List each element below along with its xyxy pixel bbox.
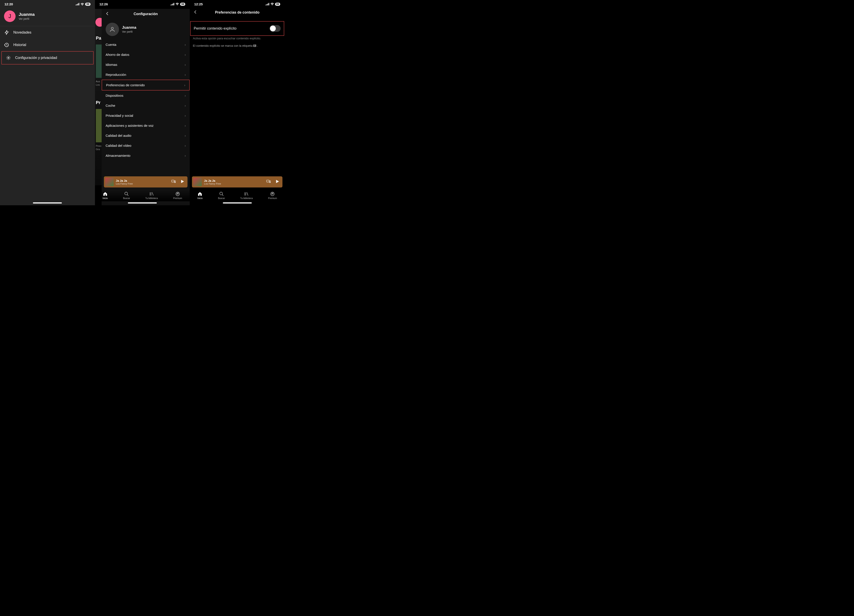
background-home-strip: Pa Aus Los Pr Peso Gra: [95, 9, 102, 185]
wifi-icon: [175, 2, 179, 6]
back-button[interactable]: [193, 10, 198, 15]
chevron-right-icon: ›: [185, 94, 186, 98]
track-title: Ja Ja Ja: [116, 179, 169, 182]
screen-account-menu: 12:20 99 J Juanma Ver perfil Novedades H…: [0, 0, 95, 205]
svg-rect-19: [268, 3, 269, 5]
menu-item-config-privacy[interactable]: Configuración y privacidad: [2, 52, 93, 64]
battery-badge: 99: [275, 3, 280, 6]
toggle-label: Permitir contenido explícito: [194, 26, 236, 30]
chevron-right-icon: ›: [185, 114, 186, 117]
nav-biblioteca[interactable]: Tu biblioteca: [145, 192, 158, 200]
svg-point-13: [175, 182, 175, 182]
svg-point-10: [111, 27, 113, 29]
row-cuenta[interactable]: Cuenta›: [102, 40, 190, 50]
nav-premium[interactable]: Premium: [173, 192, 182, 200]
cellular-icon: [171, 2, 174, 6]
toggle-switch[interactable]: [270, 25, 281, 32]
chevron-right-icon: ›: [185, 43, 186, 46]
cellular-icon: [265, 2, 269, 6]
svg-rect-2: [78, 3, 78, 5]
wifi-icon: [81, 3, 84, 6]
svg-rect-20: [267, 180, 269, 182]
status-bar: 12:20 99: [0, 0, 95, 7]
battery-badge: 99: [85, 3, 90, 6]
svg-point-23: [220, 192, 223, 195]
chevron-right-icon: ›: [185, 124, 186, 127]
row-apps-voz[interactable]: Aplicaciones y asistentes de voz›: [102, 120, 190, 131]
status-bar: 12:26 98: [95, 0, 190, 7]
row-explicit-toggle[interactable]: Permitir contenido explícito: [191, 21, 284, 35]
menu-item-historial[interactable]: Historial: [0, 39, 95, 51]
status-time: 12:25: [194, 2, 203, 6]
svg-rect-9: [174, 3, 174, 5]
nav-buscar[interactable]: Buscar: [123, 192, 130, 200]
status-bar: 12:25 99: [190, 0, 285, 7]
bottom-nav: Inicio Buscar Tu biblioteca Premium: [190, 190, 285, 201]
devices-icon[interactable]: [171, 179, 176, 185]
nav-buscar[interactable]: Buscar: [218, 192, 225, 200]
profile-name: Juanma: [19, 12, 35, 17]
chevron-right-icon: ›: [185, 63, 186, 67]
home-indicator[interactable]: [33, 202, 62, 203]
profile-header[interactable]: J Juanma Ver perfil: [0, 7, 95, 26]
svg-rect-8: [172, 3, 173, 5]
home-indicator[interactable]: [223, 202, 252, 203]
row-calidad-audio[interactable]: Calidad del audio›: [102, 131, 190, 140]
help-text-1: Activa esta opción para escuchar conteni…: [190, 36, 285, 41]
screen-configuration: 12:26 98 Pa Aus Los Pr Peso Gra Configur…: [95, 0, 190, 205]
highlight-config-privacy: Configuración y privacidad: [2, 51, 94, 64]
home-indicator[interactable]: [128, 202, 157, 203]
chevron-right-icon: ›: [185, 144, 186, 148]
row-privacidad-social[interactable]: Privacidad y social›: [102, 111, 190, 120]
status-time: 12:20: [5, 2, 13, 6]
nav-header: Preferencias de contenido: [190, 7, 285, 18]
mini-player[interactable]: Ja Ja Ja Los Fancy Free: [104, 176, 188, 188]
mini-player[interactable]: Ja Ja Ja Los Fancy Free: [192, 176, 282, 188]
svg-point-5: [8, 57, 9, 58]
bolt-icon: [4, 30, 9, 35]
chevron-right-icon: ›: [185, 154, 186, 157]
chevron-right-icon: ›: [184, 83, 185, 87]
avatar: J: [4, 11, 15, 22]
history-icon: [4, 42, 9, 47]
row-dispositivos[interactable]: Dispositivos›: [102, 90, 190, 101]
chevron-right-icon: ›: [185, 73, 186, 76]
gear-icon: [6, 55, 11, 61]
chevron-right-icon: ›: [185, 53, 186, 56]
help-text-2: El contenido explícito se marca con la e…: [190, 41, 285, 50]
album-art: [105, 178, 114, 186]
svg-rect-7: [171, 4, 172, 5]
devices-icon[interactable]: [266, 179, 271, 185]
cellular-icon: [76, 3, 79, 5]
row-almacenamiento[interactable]: Almacenamiento›: [102, 151, 190, 160]
svg-point-22: [270, 182, 270, 182]
highlight-explicit-toggle: Permitir contenido explícito: [190, 21, 284, 36]
nav-inicio[interactable]: Inicio: [102, 192, 108, 200]
play-icon[interactable]: [180, 179, 185, 185]
svg-rect-6: [171, 5, 171, 5]
svg-point-14: [125, 192, 128, 195]
row-coche[interactable]: Coche›: [102, 101, 190, 111]
row-idiomas[interactable]: Idiomas›: [102, 59, 190, 70]
svg-rect-11: [172, 180, 174, 182]
row-calidad-video[interactable]: Calidad del vídeo›: [102, 140, 190, 151]
nav-premium[interactable]: Premium: [268, 192, 277, 200]
svg-rect-0: [76, 5, 76, 5]
chevron-right-icon: ›: [185, 134, 186, 137]
config-profile[interactable]: Juanma Ver perfil: [102, 19, 190, 40]
screen-content-preferences: 12:25 99 Preferencias de contenido Permi…: [190, 0, 285, 205]
profile-name: Juanma: [122, 25, 136, 30]
page-title: Configuración: [134, 12, 158, 16]
row-ahorro-datos[interactable]: Ahorro de datos›: [102, 50, 190, 59]
svg-rect-1: [77, 4, 78, 5]
nav-biblioteca[interactable]: Tu biblioteca: [240, 192, 253, 200]
page-title: Preferencias de contenido: [215, 11, 259, 14]
menu-item-novedades[interactable]: Novedades: [0, 26, 95, 39]
back-button[interactable]: [105, 11, 110, 17]
play-icon[interactable]: [275, 179, 280, 185]
row-reproduccion[interactable]: Reproducción›: [102, 70, 190, 79]
row-preferencias-contenido[interactable]: Preferencias de contenido›: [102, 79, 190, 90]
nav-inicio[interactable]: Inicio: [197, 192, 203, 200]
explicit-badge: E: [253, 44, 256, 47]
svg-rect-3: [79, 3, 79, 5]
